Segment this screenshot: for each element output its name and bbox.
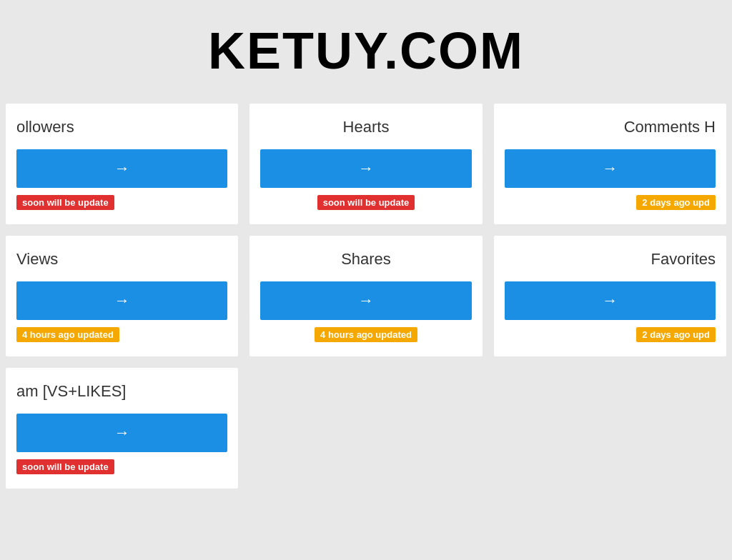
card-instagram-badge: soon will be update: [16, 459, 114, 474]
card-instagram-status: soon will be update: [16, 459, 227, 474]
card-comments: Comments H → 2 days ago upd: [494, 104, 726, 224]
arrow-icon: →: [358, 159, 374, 178]
card-hearts-badge: soon will be update: [317, 195, 415, 210]
card-comments-badge: 2 days ago upd: [636, 195, 716, 210]
card-comments-status: 2 days ago upd: [505, 195, 716, 210]
arrow-icon: →: [114, 159, 130, 178]
card-shares: Shares → 4 hours ago updated: [249, 236, 482, 356]
card-shares-status: 4 hours ago updated: [260, 327, 471, 342]
cards-grid: ollowers → soon will be update Hearts → …: [0, 98, 732, 494]
arrow-icon: →: [114, 424, 130, 442]
empty-cell-2: [488, 362, 732, 494]
card-instagram-title: am [VS+LIKES]: [16, 382, 227, 401]
empty-cell-1: [244, 362, 488, 494]
card-hearts-title: Hearts: [260, 118, 471, 136]
arrow-icon: →: [602, 159, 618, 178]
card-followers-title: ollowers: [16, 118, 227, 136]
card-comments-button[interactable]: →: [505, 149, 716, 188]
page-header: KETUY.COM: [0, 0, 732, 98]
card-views-badge: 4 hours ago updated: [16, 327, 119, 342]
card-followers-badge: soon will be update: [16, 195, 114, 210]
arrow-icon: →: [602, 291, 618, 310]
card-instagram: am [VS+LIKES] → soon will be update: [6, 368, 238, 489]
card-instagram-button[interactable]: →: [16, 414, 227, 452]
card-views-status: 4 hours ago updated: [16, 327, 227, 342]
card-comments-title: Comments H: [505, 118, 716, 136]
card-followers-button[interactable]: →: [16, 149, 227, 188]
card-shares-title: Shares: [260, 250, 471, 269]
card-shares-badge: 4 hours ago updated: [315, 327, 417, 342]
card-views: Views → 4 hours ago updated: [6, 236, 238, 356]
card-favorites-badge: 2 days ago upd: [636, 327, 716, 342]
card-hearts-status: soon will be update: [260, 195, 471, 210]
card-views-title: Views: [16, 250, 227, 269]
card-favorites-status: 2 days ago upd: [505, 327, 716, 342]
card-followers-status: soon will be update: [16, 195, 227, 210]
card-shares-button[interactable]: →: [260, 281, 471, 320]
card-views-button[interactable]: →: [16, 281, 227, 320]
card-followers: ollowers → soon will be update: [6, 104, 238, 224]
site-title: KETUY.COM: [0, 21, 732, 80]
card-favorites-button[interactable]: →: [505, 281, 716, 320]
card-hearts: Hearts → soon will be update: [249, 104, 482, 224]
card-favorites: Favorites → 2 days ago upd: [494, 236, 726, 356]
card-hearts-button[interactable]: →: [260, 149, 471, 188]
card-favorites-title: Favorites: [505, 250, 716, 269]
arrow-icon: →: [114, 291, 130, 310]
arrow-icon: →: [358, 291, 374, 310]
